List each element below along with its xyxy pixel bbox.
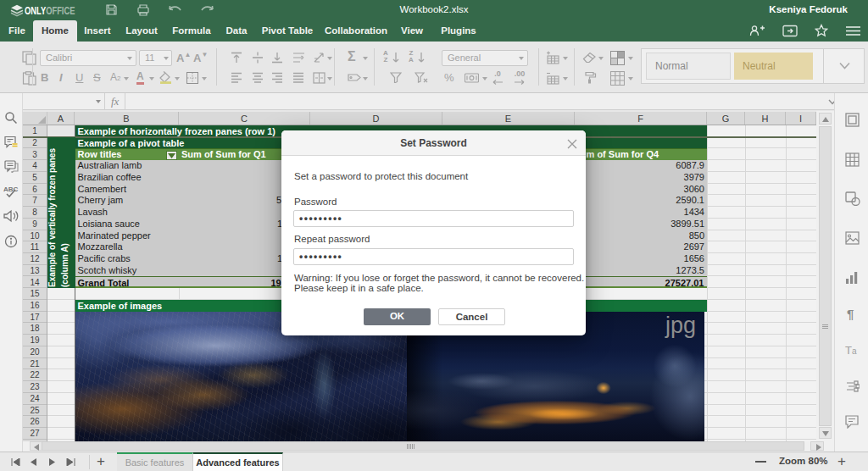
svg-text:ABC: ABC xyxy=(3,186,19,193)
